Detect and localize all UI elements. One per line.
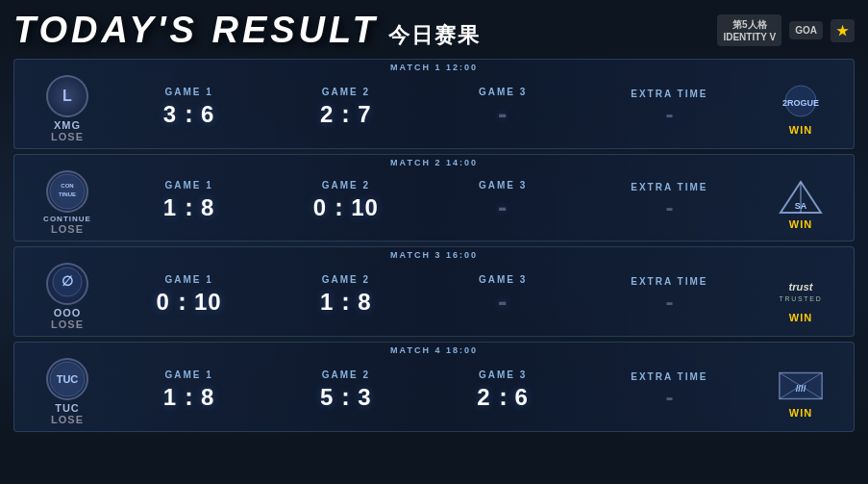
identity-v-text: 第5人格IDENTITY V xyxy=(723,18,776,42)
match-1-extra: EXTRA TIME - xyxy=(621,89,717,128)
page-title-cn: 今日赛果 xyxy=(388,21,481,50)
match-1-label: MATCH 1 12:00 xyxy=(390,63,478,72)
match-3-game2: GAME 2 1：8 xyxy=(308,274,384,318)
game1-label: GAME 1 xyxy=(164,87,212,97)
m2-game2-score: 0：10 xyxy=(313,192,379,223)
svg-text:TINUE: TINUE xyxy=(59,191,76,197)
main-content: TODAY'S RESULT 今日赛果 第5人格IDENTITY V GOA ★… xyxy=(0,0,868,442)
m4-game3-label: GAME 3 xyxy=(479,369,527,380)
m4-extra-label: EXTRA TIME xyxy=(631,371,707,382)
m3-extra-score: - xyxy=(665,289,673,316)
match-3-extra: EXTRA TIME - xyxy=(621,276,717,316)
xmg-logo: L xyxy=(46,75,88,117)
match-4-right-team: //// WIN xyxy=(757,355,844,419)
m3-game2-label: GAME 2 xyxy=(322,274,370,285)
tuc-logo-svg: TUC xyxy=(48,360,87,398)
match-2-right-team: SA WIN xyxy=(757,166,844,230)
match-row-3: MATCH 3 16:00 ∅ OOO LOSE GAME 1 0：10 G xyxy=(13,246,855,337)
svg-text:trust: trust xyxy=(789,281,814,293)
page-title-en: TODAY'S RESULT xyxy=(13,10,379,51)
match-2-label: MATCH 2 14:00 xyxy=(390,158,478,167)
xmg-logo-char: L xyxy=(62,88,72,105)
zzz-result: WIN xyxy=(789,407,812,419)
match-4-game3: GAME 3 2：6 xyxy=(464,369,541,413)
m2-game1-score: 1：8 xyxy=(163,192,215,223)
match-4-game2: GAME 2 5：3 xyxy=(308,369,384,413)
match-row-2: MATCH 2 14:00 CON TINUE CONTINUE LOSE GA… xyxy=(13,154,855,242)
match-2-extra: EXTRA TIME - xyxy=(621,182,717,221)
ooo-team-name: OOO xyxy=(54,307,82,318)
svg-text:SA: SA xyxy=(795,201,807,211)
m2-extra-label: EXTRA TIME xyxy=(631,182,707,192)
m2-game2-label: GAME 2 xyxy=(322,180,370,191)
match-2-game2: GAME 2 0：10 xyxy=(308,180,384,223)
xmg-result: LOSE xyxy=(51,131,84,142)
m3-game3-score: - xyxy=(498,287,508,318)
sa-result: WIN xyxy=(789,218,812,230)
m3-game2-score: 1：8 xyxy=(320,287,372,318)
m2-game1-label: GAME 1 xyxy=(164,180,212,191)
svg-text:TRUSTED: TRUSTED xyxy=(780,295,823,302)
continue-logo-svg: CON TINUE xyxy=(48,172,87,211)
skull-logo: ∅ xyxy=(46,263,88,305)
goa-logo: GOA xyxy=(789,21,823,39)
title-area: TODAY'S RESULT 今日赛果 xyxy=(13,10,481,51)
game2-score: 2：7 xyxy=(320,99,372,130)
match-1-game2: GAME 2 2：7 xyxy=(308,87,384,130)
skull-logo-svg: ∅ xyxy=(48,265,87,303)
match-4-extra: EXTRA TIME - xyxy=(621,371,717,411)
tuc-logo: TUC xyxy=(46,358,88,400)
zzz-logo: //// xyxy=(776,365,826,407)
match-2-game1: GAME 1 1：8 xyxy=(151,180,228,223)
sa-logo: SA xyxy=(776,176,826,218)
svg-text:CON: CON xyxy=(61,183,73,189)
extra-label: EXTRA TIME xyxy=(631,89,707,99)
game1-score: 3：6 xyxy=(163,99,215,130)
m4-game1-label: GAME 1 xyxy=(164,369,212,380)
m3-game1-score: 0：10 xyxy=(157,287,222,318)
match-3-game1: GAME 1 0：10 xyxy=(151,274,228,318)
tuc-result: LOSE xyxy=(51,414,84,425)
goa-text: GOA xyxy=(795,25,817,36)
match-3-left-team: ∅ OOO LOSE xyxy=(24,253,111,330)
continue-logo: CON TINUE xyxy=(46,170,88,213)
header: TODAY'S RESULT 今日赛果 第5人格IDENTITY V GOA ★ xyxy=(13,10,855,51)
rogue-result: WIN xyxy=(789,124,812,136)
match-1-game3: GAME 3 - xyxy=(464,87,541,130)
xmg-team-name: XMG xyxy=(54,119,81,131)
match-2-game3: GAME 3 - xyxy=(464,180,541,223)
match-3-games: GAME 1 0：10 GAME 2 1：8 GAME 3 - EXTRA TI… xyxy=(111,267,757,318)
m4-game2-label: GAME 2 xyxy=(322,369,370,380)
match-row-1: MATCH 1 12:00 L XMG LOSE GAME 1 3：6 GAME… xyxy=(13,59,855,149)
match-2-games: GAME 1 1：8 GAME 2 0：10 GAME 3 - EXTRA TI… xyxy=(111,172,757,223)
match-4-label: MATCH 4 18:00 xyxy=(390,345,478,355)
svg-text:TUC: TUC xyxy=(57,373,79,385)
m3-extra-label: EXTRA TIME xyxy=(631,276,707,287)
m4-game1-score: 1：8 xyxy=(163,382,215,413)
matches-list: MATCH 1 12:00 L XMG LOSE GAME 1 3：6 GAME… xyxy=(13,59,855,432)
m3-game3-label: GAME 3 xyxy=(479,274,527,285)
match-1-games: GAME 1 3：6 GAME 2 2：7 GAME 3 - EXTRA TIM… xyxy=(111,79,757,130)
match-row-4: MATCH 4 18:00 TUC TUC LOSE GAME 1 1：8 xyxy=(13,342,855,432)
match-1-left-team: L XMG LOSE xyxy=(24,65,111,142)
match-3-game3: GAME 3 - xyxy=(464,274,541,318)
match-4-game1: GAME 1 1：8 xyxy=(151,369,228,413)
match-1-right-team: 2ROGUE WIN xyxy=(757,72,844,136)
m3-game1-label: GAME 1 xyxy=(164,274,212,285)
m4-game3-score: 2：6 xyxy=(477,382,529,413)
match-1-game1: GAME 1 3：6 xyxy=(151,87,228,130)
partner-text: ★ xyxy=(836,23,849,38)
match-4-left-team: TUC TUC LOSE xyxy=(24,348,111,425)
match-2-left-team: CON TINUE CONTINUE LOSE xyxy=(24,161,111,235)
match-3-right-team: trust TRUSTED WIN xyxy=(757,260,844,323)
rogue-logo-svg: 2ROGUE xyxy=(777,84,825,122)
tuc-team-name: TUC xyxy=(55,402,80,414)
continue-team-name: CONTINUE xyxy=(43,215,91,223)
svg-text:2ROGUE: 2ROGUE xyxy=(782,98,819,108)
rogue-logo: 2ROGUE xyxy=(776,82,826,124)
match-3-label: MATCH 3 16:00 xyxy=(390,250,478,260)
identity-v-logo: 第5人格IDENTITY V xyxy=(717,14,781,46)
game3-score: - xyxy=(498,99,508,130)
m4-game2-score: 5：3 xyxy=(320,382,372,413)
match-4-games: GAME 1 1：8 GAME 2 5：3 GAME 3 2：6 EXTRA T… xyxy=(111,362,757,413)
